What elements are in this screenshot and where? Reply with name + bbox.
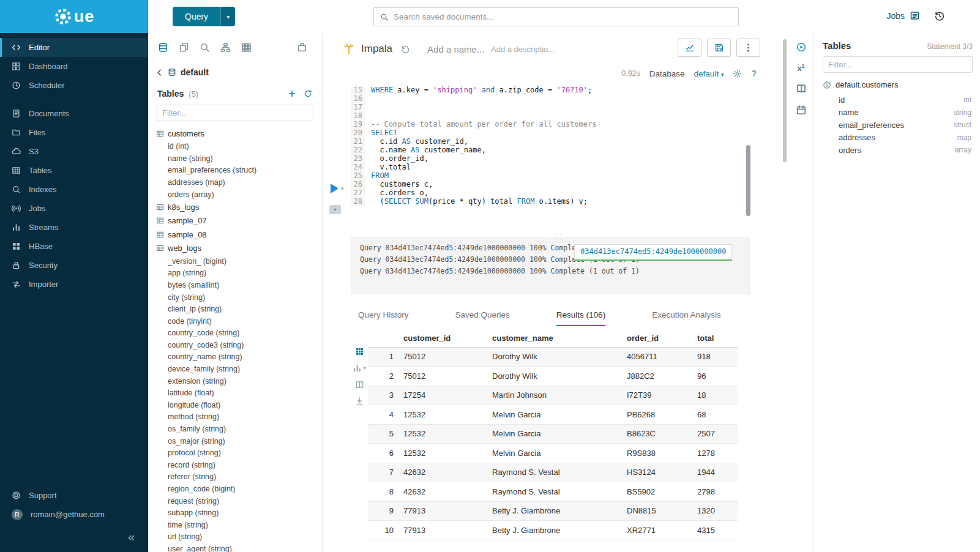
code-editor[interactable]: 15WHERE a.key = 'shipping' and a.zip_cod… [323,84,788,231]
tab-results-106[interactable]: Results (106) [556,310,605,326]
column-item[interactable]: latitude (float) [148,387,322,399]
results-cell[interactable]: Dorothy Wilk [492,367,627,386]
sidebar-item-files[interactable]: Files [0,123,148,142]
snippet-settings-button[interactable]: ▾ [329,205,341,214]
results-cell[interactable]: DN8815 [627,501,697,521]
code-line-17[interactable]: 17 [351,103,788,111]
results-row[interactable]: 512532Melvin GarciaB8623C2507 [368,424,738,444]
settings-gear-icon[interactable] [733,69,742,78]
results-column-total[interactable]: total [697,330,738,347]
column-item[interactable]: os_major (string) [148,435,322,447]
results-cell[interactable]: 12532 [403,405,492,425]
results-cell[interactable]: 17254 [403,386,492,405]
code-line-24[interactable]: 24 v.total [351,163,788,171]
sidebar-item-scheduler[interactable]: Scheduler [0,76,148,95]
results-view-chart-bar-button[interactable]: ▾ [353,364,365,373]
results-cell[interactable]: 12532 [403,424,492,444]
results-cell[interactable]: XR2771 [627,521,697,540]
apps-icon[interactable] [241,42,252,53]
chevron-left-icon[interactable] [155,69,163,76]
info-icon[interactable] [823,81,831,89]
query-description-input[interactable] [491,45,559,54]
sidebar-item-user[interactable]: R romain@gethue.com [0,505,148,524]
sidebar-item-documents[interactable]: Documents [0,104,148,123]
results-cell[interactable]: Betty J. Giambrone [492,501,627,521]
column-item[interactable]: region_code (bigint) [148,483,322,495]
sidebar-item-support[interactable]: Support [0,486,148,505]
results-cell[interactable]: J882C2 [627,367,697,386]
column-item[interactable]: app (string) [148,267,322,280]
sidebar-item-importer[interactable]: Importer [0,275,148,294]
results-cell[interactable]: 42632 [403,463,492,482]
results-cell[interactable]: 18 [697,386,738,405]
results-row[interactable]: 977913Betty J. GiambroneDN88151320 [368,501,738,521]
results-cell[interactable]: 2798 [697,482,738,502]
code-line-22[interactable]: 22 c.name AS customer_name, [351,146,788,154]
results-cell[interactable]: 1278 [697,444,738,463]
column-item[interactable]: country_code (string) [148,327,322,339]
column-item[interactable]: device_family (string) [148,363,322,375]
results-cell[interactable]: Raymond S. Vestal [492,463,627,482]
table-item-web-logs[interactable]: web_logs [148,242,322,255]
column-item-id[interactable]: idint [823,94,973,106]
table-item-customers[interactable]: customers [148,127,322,140]
right-panel-schedule-button[interactable] [796,105,807,116]
hue-logo[interactable]: ue [0,0,148,33]
column-item[interactable]: url (string) [148,531,322,543]
column-item-name[interactable]: namestring [823,106,973,119]
code-line-28[interactable]: 28 (SELECT SUM(price * qty) total FROM o… [351,197,788,206]
tab-query-history[interactable]: Query History [358,310,409,326]
right-tables-filter-input[interactable] [828,60,967,69]
table-item-sample-07[interactable]: sample_07 [148,214,322,228]
bag-icon[interactable] [297,42,307,53]
results-row[interactable]: 1077913Betty J. GiambroneXR27714315 [368,521,738,540]
results-cell[interactable]: 68 [697,405,738,425]
active-table-row[interactable]: default.customers [823,80,973,89]
results-row[interactable]: 612532Melvin GarciaR9S8381278 [368,444,738,463]
column-item[interactable]: city (string) [148,291,322,304]
results-row[interactable]: 742632Raymond S. VestalHS31241944 [368,463,738,482]
database-select[interactable]: default ▾ [694,69,724,78]
column-item[interactable]: method (string) [148,411,322,423]
results-column-order-id[interactable]: order_id [627,330,697,347]
sidebar-item-editor[interactable]: Editor [0,38,148,57]
code-line-26[interactable]: 26 customers c, [351,180,788,188]
editor-scrollbar[interactable] [746,145,750,216]
code-line-19[interactable]: 19-- Compute total amount per order for … [351,120,788,129]
column-item[interactable]: name (string) [148,152,322,165]
databases-icon[interactable] [158,42,168,53]
results-cell[interactable]: B8623C [627,424,697,444]
column-item[interactable]: extension (string) [148,375,322,387]
main-scrollbar[interactable] [783,39,787,162]
right-panel-functions-button[interactable]: x2 [797,63,804,73]
results-row[interactable]: 317254Martin JohnsonI72T3918 [368,386,738,405]
run-options-caret-icon[interactable]: ▾ [341,185,344,192]
sidebar-collapse-button[interactable]: « [0,524,148,550]
results-cell[interactable]: 75012 [403,347,492,367]
column-item-addresses[interactable]: addressesmap [823,132,973,144]
results-cell[interactable]: Betty J. Giambrone [492,521,627,540]
active-table-name[interactable]: default.customers [836,80,899,89]
code-line-21[interactable]: 21 c.id AS customer_id, [351,137,788,146]
results-cell[interactable]: Melvin Garcia [492,405,627,425]
query-history-icon[interactable] [401,45,410,54]
column-item[interactable]: longitude (float) [148,399,322,411]
results-view-download-button[interactable] [355,397,364,406]
sitemap-icon[interactable] [220,42,231,53]
results-cell[interactable]: 2507 [697,424,738,444]
column-item[interactable]: id (int) [148,140,322,152]
more-actions-button[interactable]: ⋮ [736,39,760,57]
history-icon[interactable] [934,10,945,21]
column-item[interactable]: client_ip (string) [148,303,322,315]
search-icon[interactable] [200,42,210,53]
results-row[interactable]: 175012Dorothy Wilk4056711918 [368,347,738,367]
results-cell[interactable]: 1944 [697,463,738,482]
sidebar-item-streams[interactable]: Streams [0,218,148,237]
table-item-k8s-logs[interactable]: k8s_logs [148,200,322,214]
resize-handle-bottom[interactable] [323,294,788,303]
column-item[interactable]: orders (array) [148,188,322,201]
query-id-tooltip[interactable]: 034d413ec7474ed5:4249de1000000000 [574,244,732,261]
jobs-link[interactable]: Jobs [886,10,920,21]
results-cell[interactable]: HS3124 [627,463,697,482]
results-cell[interactable]: 42632 [403,482,492,502]
